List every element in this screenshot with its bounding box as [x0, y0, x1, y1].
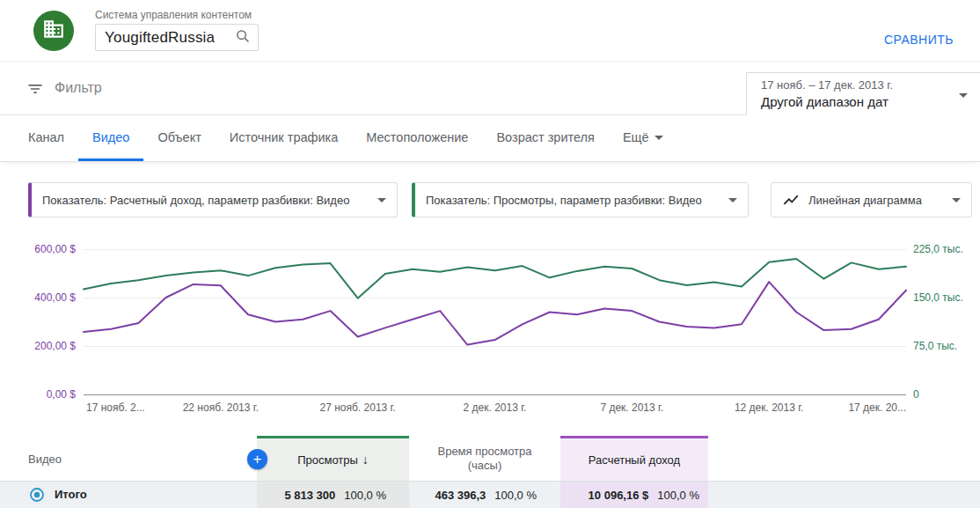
table-row-header: Видео	[28, 453, 62, 466]
tab-channel[interactable]: Канал	[14, 115, 78, 161]
metric-select-views[interactable]: Показатель: Просмотры, параметр разбивки…	[412, 182, 749, 217]
x-axis-label: 22 нояб. 2013 г.	[183, 401, 259, 414]
x-axis-label: 27 нояб. 2013 г.	[320, 401, 396, 414]
column-header-revenue[interactable]: Расчетный доход	[560, 436, 708, 481]
report-tabs: Канал Видео Объект Источник трафика Мест…	[0, 115, 980, 162]
x-axis-label: 12 дек. 2013 г.	[735, 401, 804, 414]
tab-asset[interactable]: Объект	[143, 115, 215, 161]
totals-label: Итого	[55, 482, 87, 508]
chevron-down-icon	[377, 198, 386, 202]
search-icon[interactable]	[235, 28, 251, 48]
totals-revenue-pct: 100,0 %	[657, 489, 699, 502]
totals-watch-cell: 463 396,3 100,0 %	[409, 482, 560, 508]
chart-plot-area[interactable]	[84, 249, 906, 394]
line-series-revenue	[84, 282, 906, 345]
tab-video[interactable]: Видео	[78, 115, 143, 161]
date-range-text: 17 нояб. – 17 дек. 2013 г.	[761, 78, 945, 92]
app-header: Система управления контентом YougiftedRu…	[0, 0, 980, 62]
filter-icon	[26, 80, 44, 101]
metric-select-revenue[interactable]: Показатель: Расчетный доход, параметр ра…	[28, 182, 398, 217]
line-chart: 600,00 $400,00 $200,00 $0,00 $225,0 тыс.…	[0, 231, 980, 423]
app-subtitle: Система управления контентом	[95, 9, 252, 21]
totals-views-cell: 5 813 300 100,0 %	[257, 482, 409, 508]
tab-traffic-source[interactable]: Источник трафика	[216, 115, 352, 161]
add-metric-button[interactable]: +	[247, 449, 267, 469]
date-range-selector[interactable]: 17 нояб. – 17 дек. 2013 г. Другой диапаз…	[746, 72, 980, 115]
y-axis-left-label: 600,00 $	[0, 242, 76, 256]
tab-location[interactable]: Местоположение	[352, 115, 482, 161]
filter-input[interactable]	[55, 62, 547, 114]
x-axis-label: 7 дек. 2013 г.	[600, 401, 663, 414]
line-chart-icon	[782, 191, 800, 209]
sort-descending-icon: ↓	[362, 453, 369, 467]
building-icon	[42, 18, 65, 44]
chevron-down-icon	[728, 198, 737, 202]
compare-button[interactable]: СРАВНИТЬ	[884, 33, 954, 47]
totals-row[interactable]: Итого 5 813 300 100,0 % 463 396,3 100,0 …	[0, 481, 980, 508]
totals-watch-value: 463 396,3	[435, 489, 486, 502]
column-header-views[interactable]: Просмотры ↓	[257, 436, 409, 481]
filter-bar: 17 нояб. – 17 дек. 2013 г. Другой диапаз…	[0, 62, 980, 115]
x-axis-label: 17 нояб. 2...	[86, 401, 145, 414]
y-axis-left-label: 200,00 $	[0, 339, 76, 353]
cms-analytics-page: Система управления контентом YougiftedRu…	[0, 0, 980, 508]
x-axis-label: 17 дек. 20...	[848, 401, 906, 414]
table-header: Видео Просмотры ↓ Время просмотра (часы)…	[0, 436, 980, 481]
totals-revenue-cell: 10 096,16 $ 100,0 %	[560, 482, 708, 508]
totals-views-value: 5 813 300	[284, 489, 335, 502]
y-axis-right-label: 150,0 тыс.	[913, 291, 963, 305]
date-preset-text: Другой диапазон дат	[761, 94, 945, 109]
totals-views-pct: 100,0 %	[344, 489, 386, 502]
y-axis-right-label: 225,0 тыс.	[913, 242, 963, 256]
chevron-down-icon	[959, 93, 968, 98]
x-axis-line	[84, 394, 906, 395]
totals-revenue-value: 10 096,16 $	[589, 489, 649, 502]
y-axis-left-label: 0,00 $	[0, 387, 76, 401]
tab-viewer-age[interactable]: Возраст зрителя	[482, 115, 608, 161]
chevron-down-icon	[952, 198, 961, 202]
y-axis-right-label: 0	[913, 387, 919, 401]
totals-radio-icon[interactable]	[29, 487, 45, 506]
line-series-views	[84, 259, 906, 298]
tab-more[interactable]: Ещё	[609, 115, 677, 161]
account-logo	[33, 11, 74, 51]
y-axis-left-label: 400,00 $	[0, 291, 76, 305]
totals-watch-pct: 100,0 %	[494, 489, 537, 502]
chart-type-select[interactable]: Линейная диаграмма	[771, 182, 972, 217]
column-header-watch-time[interactable]: Время просмотра (часы)	[409, 436, 560, 481]
x-axis-label: 2 дек. 2013 г.	[464, 401, 527, 414]
account-search-box[interactable]: YougiftedRussia	[95, 24, 259, 51]
y-axis-right-label: 75,0 тыс.	[913, 339, 957, 353]
chevron-down-icon	[655, 136, 663, 140]
account-name: YougiftedRussia	[105, 29, 235, 47]
